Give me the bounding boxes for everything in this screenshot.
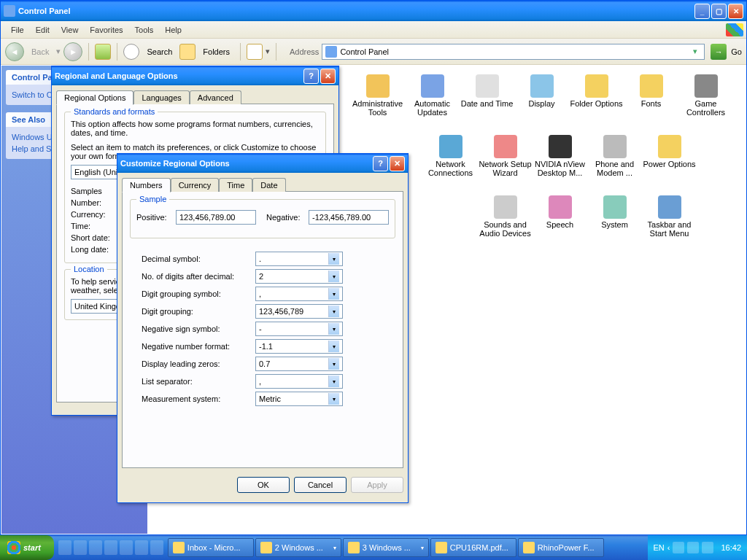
menu-help[interactable]: Help <box>159 23 187 36</box>
tab-numbers[interactable]: Numbers <box>122 178 171 192</box>
go-label[interactable]: Go <box>731 47 742 56</box>
cp-icon[interactable]: Taskbar and Start Menu <box>642 195 697 250</box>
customize-regional-dialog: Customize Regional Options ? ✕ Numbers C… <box>117 153 409 503</box>
ql-icon[interactable] <box>150 540 163 555</box>
negative-sign-combo[interactable]: -▾ <box>255 322 343 336</box>
back-button[interactable]: ◄ <box>5 42 24 61</box>
close-button[interactable]: ✕ <box>728 4 743 19</box>
cp-icon[interactable]: Game Controllers <box>678 74 733 129</box>
task-rhino[interactable]: RhinoPower F... <box>518 538 604 557</box>
cp-icon[interactable]: Phone and Modem ... <box>587 135 642 190</box>
cp-icon[interactable]: Sounds and Audio Devices <box>478 195 533 250</box>
tab-languages[interactable]: Languages <box>133 90 189 104</box>
address-value: Control Panel <box>340 47 389 56</box>
menu-file[interactable]: File <box>5 23 30 36</box>
tray-icon[interactable] <box>702 542 713 553</box>
address-bar[interactable]: Control Panel ▾ <box>322 44 705 60</box>
tray-icon[interactable] <box>673 542 684 553</box>
list-separator-combo[interactable]: ,▾ <box>255 374 343 389</box>
views-icon[interactable] <box>247 44 263 60</box>
search-label[interactable]: Search <box>142 46 177 58</box>
forward-button[interactable]: ► <box>63 42 82 61</box>
start-button[interactable]: start <box>0 535 54 560</box>
folders-icon[interactable] <box>179 44 196 60</box>
cp-icon[interactable]: Speech <box>533 195 587 250</box>
cp-icon[interactable]: System <box>587 195 642 250</box>
cp-icon[interactable]: Power Options <box>642 135 697 190</box>
back-label[interactable]: Back <box>27 46 53 58</box>
apply-button[interactable]: Apply <box>351 477 403 493</box>
address-dropdown[interactable]: ▾ <box>689 44 701 59</box>
leading-zeros-label: Display leading zeros: <box>142 359 251 368</box>
cp-icon[interactable]: Display <box>514 74 569 129</box>
ql-icon[interactable] <box>104 540 117 555</box>
cp-icon[interactable]: Folder Options <box>569 74 624 129</box>
menu-favorites[interactable]: Favorites <box>84 23 128 36</box>
tab-regional[interactable]: Regional Options <box>56 90 133 105</box>
tray-icon[interactable] <box>687 542 699 553</box>
ql-icon[interactable] <box>58 540 71 555</box>
list-separator-label: List separator: <box>142 377 251 386</box>
tab-advanced[interactable]: Advanced <box>190 90 241 104</box>
minimize-button[interactable]: _ <box>694 4 710 19</box>
tab-body: Sample Positive: 123,456,789.00 Negative… <box>122 191 403 468</box>
task-windows1[interactable]: 2 Windows ...▾ <box>255 538 341 557</box>
measurement-label: Measurement system: <box>142 394 251 403</box>
window-icon <box>4 5 15 17</box>
digit-grouping-label: Digit grouping: <box>142 307 251 316</box>
sample-group: Sample Positive: 123,456,789.00 Negative… <box>130 199 395 238</box>
toolbar: ◄ Back ▾ ► Search Folders ▾ Address Cont… <box>1 39 746 65</box>
close-button[interactable]: ✕ <box>390 156 405 171</box>
decimal-symbol-combo[interactable]: .▾ <box>255 252 343 266</box>
search-icon[interactable] <box>123 44 139 60</box>
cp-icon[interactable]: Administrative Tools <box>350 74 405 129</box>
cp-icon[interactable]: NVIDIA nView Desktop M... <box>533 135 587 190</box>
cp-icon[interactable]: Fonts <box>624 74 678 129</box>
folders-label[interactable]: Folders <box>198 46 234 58</box>
dialog-tabs: Regional Options Languages Advanced <box>56 90 334 104</box>
digits-after-decimal-combo[interactable]: 2▾ <box>255 269 343 284</box>
negative-sign-label: Negative sign symbol: <box>142 324 251 333</box>
digit-grouping-combo[interactable]: 123,456,789▾ <box>255 304 343 319</box>
close-button[interactable]: ✕ <box>320 69 336 84</box>
menu-tools[interactable]: Tools <box>129 23 160 36</box>
ql-icon[interactable] <box>120 540 133 555</box>
task-windows2[interactable]: 3 Windows ...▾ <box>343 538 429 557</box>
dialog-tabs: Numbers Currency Time Date <box>122 177 403 191</box>
help-button[interactable]: ? <box>303 69 319 84</box>
dialog-title: Customize Regional Options <box>120 159 230 168</box>
cp-icon[interactable]: Network Setup Wizard <box>478 135 533 190</box>
task-inbox[interactable]: Inbox - Micro... <box>168 538 254 557</box>
group-title: Sample <box>136 195 169 203</box>
group-title: Standards and formats <box>71 107 158 116</box>
cp-icon[interactable]: Date and Time <box>460 74 514 129</box>
address-icon <box>325 46 337 58</box>
negative-format-combo[interactable]: -1.1▾ <box>255 339 343 354</box>
up-icon[interactable] <box>95 44 111 60</box>
task-pdf[interactable]: CPU16RM.pdf... <box>430 538 516 557</box>
leading-zeros-combo[interactable]: 0.7▾ <box>255 357 343 371</box>
lang-indicator[interactable]: EN <box>654 543 665 552</box>
cp-icon[interactable]: Network Connections <box>423 135 478 190</box>
cp-icon[interactable]: Automatic Updates <box>405 74 460 129</box>
ok-button[interactable]: OK <box>237 477 290 493</box>
ql-icon[interactable] <box>135 540 148 555</box>
group-text: This option affects how some programs fo… <box>71 120 320 137</box>
menu-edit[interactable]: Edit <box>30 23 55 36</box>
tray-expand[interactable]: ‹ <box>667 543 670 552</box>
maximize-button[interactable]: ▢ <box>711 4 727 19</box>
tab-date[interactable]: Date <box>252 178 285 192</box>
tab-currency[interactable]: Currency <box>171 178 220 192</box>
go-button[interactable]: → <box>711 44 727 60</box>
help-button[interactable]: ? <box>373 156 388 171</box>
dialog-titlebar: Regional and Language Options ? ✕ <box>52 66 338 85</box>
tab-time[interactable]: Time <box>219 178 252 192</box>
dialog-buttons: OK Cancel Apply <box>117 472 408 497</box>
menu-view[interactable]: View <box>55 23 85 36</box>
ql-icon[interactable] <box>89 540 102 555</box>
ql-icon[interactable] <box>74 540 87 555</box>
measurement-combo[interactable]: Metric▾ <box>255 392 343 406</box>
clock[interactable]: 16:42 <box>721 543 741 552</box>
digit-grouping-symbol-combo[interactable]: ,▾ <box>255 287 343 301</box>
cancel-button[interactable]: Cancel <box>294 477 347 493</box>
